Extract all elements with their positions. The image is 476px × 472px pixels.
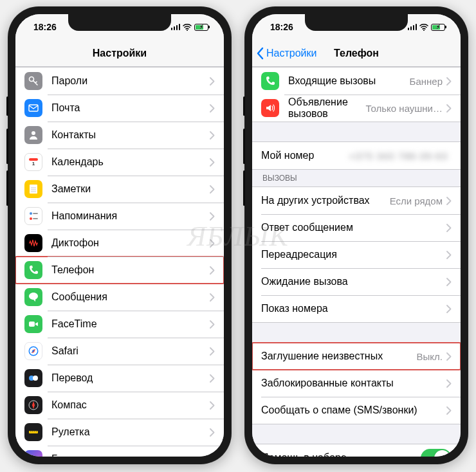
row-label: Помощь в наборе xyxy=(261,452,421,457)
safari-icon xyxy=(24,342,42,360)
row-dial-assist[interactable]: Помощь в наборе xyxy=(252,444,461,457)
row-label: На других устройствах xyxy=(261,195,390,206)
wifi-icon xyxy=(419,23,428,32)
row-textreply[interactable]: Ответ сообщением xyxy=(252,214,461,241)
chevron-icon xyxy=(210,455,215,457)
message-icon xyxy=(24,288,42,306)
settings-row-facetime[interactable]: FaceTime xyxy=(15,311,224,338)
chevron-icon xyxy=(446,406,452,415)
row-announce[interactable]: Объявление вызововТолько наушни… xyxy=(252,95,461,122)
settings-row-calendar[interactable]: Календарь xyxy=(15,149,224,176)
phone-settings[interactable]: Входящие вызовыБаннерОбъявление вызововТ… xyxy=(252,67,461,457)
chevron-icon xyxy=(210,212,215,221)
speaker-icon xyxy=(261,99,279,117)
phone-right: 18:26 ⚡︎ Настройки Телефон Входящие вызо… xyxy=(244,6,468,464)
back-chevron-icon xyxy=(256,47,264,60)
chevron-icon xyxy=(210,131,215,140)
row-blocked[interactable]: Заблокированные контакты xyxy=(252,370,461,397)
row-label: FaceTime xyxy=(51,318,210,330)
row-label: Компас xyxy=(51,399,210,411)
row-label: Перевод xyxy=(51,372,210,384)
row-label: Почта xyxy=(51,102,210,114)
signal-icon xyxy=(171,24,181,30)
row-label: Входящие вызовы xyxy=(288,75,410,87)
chevron-icon xyxy=(210,77,215,86)
back-button[interactable]: Настройки xyxy=(256,47,316,60)
chevron-icon xyxy=(210,266,215,275)
row-label: Напоминания xyxy=(51,210,210,222)
row-label: Мой номер xyxy=(261,150,349,161)
phone-icon xyxy=(24,261,42,279)
row-label: Заглушение неизвестных xyxy=(261,350,417,362)
row-label: Сообщать о спаме (SMS/звонки) xyxy=(261,404,446,416)
row-label: Переадресация xyxy=(261,249,446,260)
chevron-icon xyxy=(446,278,452,286)
row-label: Пароли xyxy=(51,75,210,87)
ruler-icon xyxy=(24,423,42,441)
settings-row-voicememos[interactable]: Диктофон xyxy=(15,230,224,257)
chevron-icon xyxy=(446,104,452,113)
row-forward[interactable]: Переадресация xyxy=(252,241,461,268)
video-icon xyxy=(24,315,42,333)
person-icon xyxy=(24,126,42,144)
phone-icon xyxy=(261,72,279,90)
phone-left: 18:26 ⚡︎ Настройки ПаролиПочтаКонтактыКа… xyxy=(8,6,232,464)
chevron-icon xyxy=(210,320,215,329)
settings-row-phone[interactable]: Телефон xyxy=(15,257,224,284)
dial-assist-switch[interactable] xyxy=(421,449,452,457)
key-icon xyxy=(24,72,42,90)
row-silence[interactable]: Заглушение неизвестныхВыкл. xyxy=(252,343,461,370)
settings-row-passwords[interactable]: Пароли xyxy=(15,68,224,95)
settings-row-messages[interactable]: Сообщения xyxy=(15,284,224,311)
battery-icon: ⚡︎ xyxy=(194,24,208,31)
wave-icon xyxy=(24,234,42,252)
row-callerid[interactable]: Показ номера xyxy=(252,295,461,322)
row-label: Сообщения xyxy=(51,291,210,303)
compass-icon xyxy=(24,396,42,414)
calendar-icon xyxy=(24,153,42,171)
chevron-icon xyxy=(210,239,215,248)
settings-row-reminders[interactable]: Напоминания xyxy=(15,203,224,230)
row-detail: Баннер xyxy=(410,76,443,87)
row-detail: Только наушни… xyxy=(366,103,443,114)
wifi-icon xyxy=(183,23,192,32)
chevron-icon xyxy=(210,293,215,302)
row-my-number[interactable]: Мой номер +375 343 786-39-63 xyxy=(252,142,461,169)
reminders-icon xyxy=(24,207,42,225)
row-label: Safari xyxy=(51,345,210,357)
settings-row-contacts[interactable]: Контакты xyxy=(15,122,224,149)
row-incoming[interactable]: Входящие вызовыБаннер xyxy=(252,68,461,95)
settings-row-translate[interactable]: Перевод xyxy=(15,365,224,392)
row-label: Быстрые команды xyxy=(51,453,210,457)
row-otherdev[interactable]: На других устройствахЕсли рядом xyxy=(252,187,461,214)
chevron-icon xyxy=(210,374,215,383)
notch xyxy=(305,14,408,31)
chevron-icon xyxy=(446,352,452,361)
back-label: Настройки xyxy=(266,48,316,59)
settings-row-mail[interactable]: Почта xyxy=(15,95,224,122)
chevron-icon xyxy=(446,379,452,388)
chevron-icon xyxy=(446,251,452,259)
row-spam[interactable]: Сообщать о спаме (SMS/звонки) xyxy=(252,397,461,424)
row-label: Ответ сообщением xyxy=(261,222,446,233)
settings-row-shortcuts[interactable]: Быстрые команды xyxy=(15,446,224,457)
chevron-icon xyxy=(210,185,215,194)
row-waiting[interactable]: Ожидание вызова xyxy=(252,268,461,295)
settings-list[interactable]: ПаролиПочтаКонтактыКалендарьЗаметкиНапом… xyxy=(15,67,224,457)
signal-icon xyxy=(408,24,417,30)
nav-title: Телефон xyxy=(334,48,379,59)
chevron-icon xyxy=(446,77,452,86)
settings-row-safari[interactable]: Safari xyxy=(15,338,224,365)
settings-row-notes[interactable]: Заметки xyxy=(15,176,224,203)
mail-icon xyxy=(24,99,42,117)
row-label: Показ номера xyxy=(261,303,446,314)
settings-row-measure[interactable]: Рулетка xyxy=(15,419,224,446)
chevron-icon xyxy=(210,428,215,437)
nav-bar: Настройки xyxy=(15,40,224,67)
battery-icon: ⚡︎ xyxy=(431,24,445,31)
row-label: Рулетка xyxy=(51,426,210,438)
status-time: 18:26 xyxy=(270,22,293,32)
settings-row-compass[interactable]: Компас xyxy=(15,392,224,419)
row-detail: +375 343 786-39-63 xyxy=(349,150,448,161)
row-label: Контакты xyxy=(51,129,210,141)
